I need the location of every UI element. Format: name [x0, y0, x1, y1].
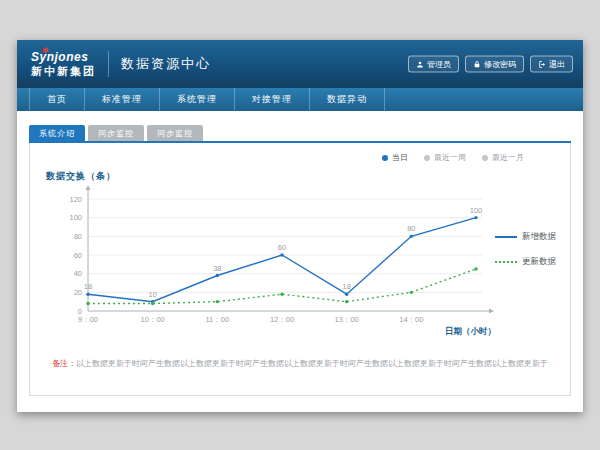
svg-text:11：00: 11：00 — [206, 315, 230, 324]
update-data-label: 更新数据 — [522, 256, 556, 268]
svg-text:60: 60 — [278, 243, 286, 252]
filter-last-month-label: 最近一月 — [492, 152, 524, 163]
tab-bar: 系统介绍 同步监控 同步监控 — [17, 111, 583, 141]
logo-star-icon: ✱ — [42, 47, 49, 56]
tab-sync-monitor-2[interactable]: 同步监控 — [147, 125, 203, 141]
filter-today-dot-icon — [382, 155, 388, 161]
svg-text:60: 60 — [74, 251, 82, 260]
svg-text:18: 18 — [342, 282, 350, 291]
svg-text:18: 18 — [84, 282, 92, 291]
user-icon — [416, 60, 424, 68]
lock-icon — [473, 60, 481, 68]
new-data-label: 新增数据 — [522, 231, 556, 243]
filter-today-label: 当日 — [392, 152, 408, 163]
header-divider — [108, 51, 109, 77]
footnote: 备注：以上数据更新于时间产生数据以上数据更新于时间产生数据以上数据更新于时间产生… — [40, 358, 560, 369]
logo-company-name: 新中新集团 — [31, 65, 96, 77]
brand-logo: ✱ Synjones 新中新集团 — [31, 51, 96, 76]
svg-text:10: 10 — [148, 290, 156, 299]
tab-system-intro[interactable]: 系统介绍 — [29, 125, 85, 141]
svg-text:80: 80 — [74, 232, 82, 241]
svg-text:10：00: 10：00 — [141, 315, 165, 324]
filter-last-week-label: 最近一周 — [434, 152, 466, 163]
filter-last-month-dot-icon — [482, 155, 488, 161]
nav-item-connection-mgmt[interactable]: 对接管理 — [235, 88, 310, 111]
filter-last-week-dot-icon — [424, 155, 430, 161]
series-legend: 新增数据 更新数据 — [495, 231, 556, 281]
svg-text:120: 120 — [69, 195, 82, 204]
svg-text:日期（小时）: 日期（小时） — [445, 326, 496, 336]
svg-text:40: 40 — [74, 269, 82, 278]
page-title: 数据资源中心 — [121, 55, 211, 73]
line-chart: 0204060801001209：0010：0011：0012：0013：001… — [42, 183, 542, 341]
admin-user-label: 管理员 — [427, 59, 451, 70]
svg-text:20: 20 — [74, 288, 82, 297]
svg-text:13：00: 13：00 — [335, 315, 359, 324]
main-content: 系统介绍 同步监控 同步监控 当日 最近一周 最近一月 数据交换（ — [17, 111, 583, 412]
nav-item-home[interactable]: 首页 — [29, 88, 85, 111]
admin-user-button[interactable]: 管理员 — [408, 56, 459, 73]
logout-button[interactable]: 退出 — [530, 56, 573, 73]
change-password-label: 修改密码 — [484, 59, 516, 70]
svg-text:100: 100 — [69, 213, 82, 222]
time-filter-legend: 当日 最近一周 最近一月 — [382, 152, 524, 163]
svg-text:14：00: 14：00 — [399, 315, 423, 324]
logo-text: Synjones — [31, 51, 96, 64]
app-header: ✱ Synjones 新中新集团 数据资源中心 管理员 修改密码 退出 — [17, 40, 583, 88]
update-data-line-swatch-icon — [495, 261, 517, 263]
main-nav: 首页 标准管理 系统管理 对接管理 数据异动 — [17, 88, 583, 111]
legend-update-data[interactable]: 更新数据 — [495, 256, 556, 268]
logout-icon — [538, 60, 546, 68]
nav-item-standard-mgmt[interactable]: 标准管理 — [85, 88, 160, 111]
tab-sync-monitor-1[interactable]: 同步监控 — [88, 125, 144, 141]
footnote-text: 以上数据更新于时间产生数据以上数据更新于时间产生数据以上数据更新于时间产生数据以… — [76, 359, 548, 368]
filter-last-month[interactable]: 最近一月 — [482, 152, 524, 163]
change-password-button[interactable]: 修改密码 — [465, 56, 524, 73]
chart-panel: 当日 最近一周 最近一月 数据交换（条） 0204060801001209：00… — [29, 143, 571, 396]
svg-text:12：00: 12：00 — [270, 315, 294, 324]
new-data-line-swatch-icon — [495, 236, 517, 238]
svg-text:38: 38 — [213, 264, 221, 273]
legend-new-data[interactable]: 新增数据 — [495, 231, 556, 243]
app-window: ✱ Synjones 新中新集团 数据资源中心 管理员 修改密码 退出 首页 标… — [17, 40, 583, 412]
svg-text:80: 80 — [407, 224, 415, 233]
y-axis-title: 数据交换（条） — [46, 170, 116, 183]
footnote-label: 备注： — [52, 359, 76, 368]
nav-item-data-changes[interactable]: 数据异动 — [310, 88, 385, 111]
header-actions: 管理员 修改密码 退出 — [408, 56, 573, 73]
nav-item-system-mgmt[interactable]: 系统管理 — [160, 88, 235, 111]
filter-last-week[interactable]: 最近一周 — [424, 152, 466, 163]
svg-text:100: 100 — [470, 206, 483, 215]
filter-today[interactable]: 当日 — [382, 152, 408, 163]
logout-label: 退出 — [549, 59, 565, 70]
svg-text:9：00: 9：00 — [78, 315, 98, 324]
